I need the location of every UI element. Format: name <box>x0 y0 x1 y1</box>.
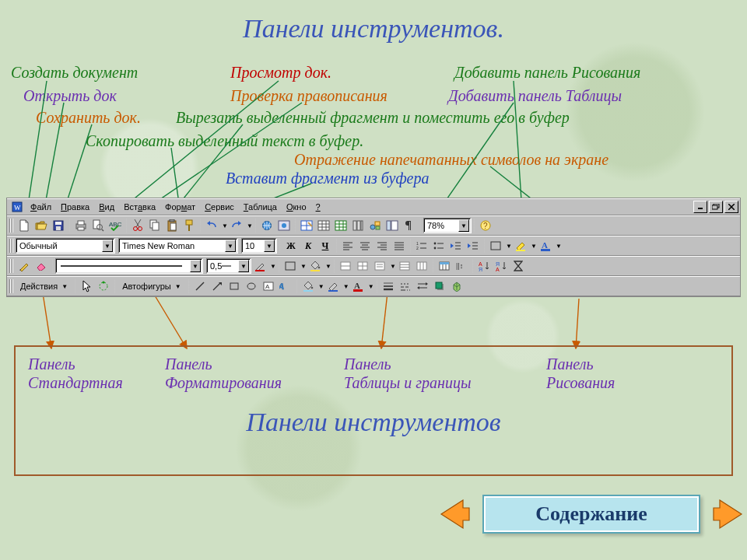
border-dropdown-icon[interactable]: ▼ <box>504 237 512 254</box>
chevron-down-icon[interactable]: ▼ <box>102 240 113 252</box>
web-toolbar-icon[interactable] <box>275 217 293 234</box>
undo-icon[interactable] <box>203 217 220 234</box>
justify-icon[interactable] <box>391 237 408 254</box>
bullet-list-icon[interactable] <box>430 237 447 254</box>
new-doc-icon[interactable] <box>16 217 33 234</box>
align-right-icon[interactable] <box>374 237 391 254</box>
rectangle-icon[interactable] <box>226 278 243 295</box>
style-combo[interactable]: Обычный▼ <box>16 238 115 254</box>
menu-insert[interactable]: Вставка <box>119 201 160 213</box>
shading-dropdown-icon[interactable]: ▼ <box>324 257 331 275</box>
border-color-dropdown-icon[interactable]: ▼ <box>268 257 276 275</box>
3d-icon[interactable] <box>448 278 465 295</box>
show-para-icon[interactable] <box>401 217 418 234</box>
prev-arrow-icon[interactable] <box>431 493 473 535</box>
numbered-list-icon[interactable]: 12 <box>413 237 430 254</box>
outside-border-icon[interactable] <box>487 237 504 254</box>
underline-button[interactable]: Ч <box>317 237 334 254</box>
copy-icon[interactable] <box>146 217 163 234</box>
dash-style-icon[interactable] <box>397 278 414 295</box>
menu-edit[interactable]: Правка <box>56 201 94 213</box>
distribute-cols-icon[interactable] <box>413 257 430 275</box>
menu-table[interactable]: Таблица <box>239 201 282 213</box>
menu-tools[interactable]: Сервис <box>200 201 239 213</box>
rotate-icon[interactable] <box>95 278 112 295</box>
line-color-icon[interactable] <box>324 278 342 295</box>
fill-color-dropdown-icon[interactable]: ▼ <box>317 278 324 295</box>
highlight-icon[interactable] <box>512 237 529 254</box>
menu-help[interactable]: ? <box>311 201 325 213</box>
line-icon[interactable] <box>191 278 209 295</box>
toolbar-grip[interactable] <box>9 259 13 273</box>
change-direction-icon[interactable]: ||↕ <box>453 257 470 275</box>
draw-table-icon[interactable] <box>16 257 33 275</box>
doc-map-icon[interactable] <box>384 217 401 234</box>
align-center-icon[interactable] <box>356 237 374 254</box>
contents-button[interactable]: Содержание <box>482 495 700 534</box>
undo-dropdown-icon[interactable]: ▼ <box>220 217 228 234</box>
arrow-style-icon[interactable] <box>414 278 431 295</box>
save-icon[interactable] <box>50 217 67 234</box>
menu-view[interactable]: Вид <box>94 201 119 213</box>
font-combo[interactable]: Times New Roman▼ <box>118 238 238 254</box>
menu-window[interactable]: Окно <box>282 201 311 213</box>
shadow-icon[interactable] <box>431 278 448 295</box>
format-painter-icon[interactable] <box>181 217 198 234</box>
line-style-icon[interactable] <box>380 278 397 295</box>
font-color-dropdown-icon[interactable]: ▼ <box>554 237 562 254</box>
print-icon[interactable] <box>72 217 89 234</box>
shading-color-icon[interactable] <box>307 257 324 275</box>
sort-asc-icon[interactable]: АЯ <box>475 257 493 275</box>
eraser-icon[interactable] <box>33 257 50 275</box>
close-icon[interactable] <box>724 201 738 213</box>
chevron-down-icon[interactable]: ▼ <box>458 219 469 232</box>
spell-icon[interactable]: ABC <box>107 217 124 234</box>
autoshapes-button[interactable]: Автофигуры▼ <box>117 278 186 295</box>
next-arrow-icon[interactable] <box>710 493 747 535</box>
chevron-down-icon[interactable]: ▼ <box>264 240 275 252</box>
cut-icon[interactable] <box>129 217 146 234</box>
tables-borders-icon[interactable] <box>298 217 315 234</box>
distribute-rows-icon[interactable] <box>396 257 413 275</box>
zoom-combo[interactable]: 78%▼ <box>423 218 472 233</box>
toolbar-grip[interactable] <box>9 219 13 233</box>
font-color-icon[interactable]: A <box>349 278 366 295</box>
arrow-icon[interactable] <box>209 278 226 295</box>
chevron-down-icon[interactable]: ▼ <box>190 260 201 272</box>
font-size-combo[interactable]: 10▼ <box>241 238 277 254</box>
paste-icon[interactable] <box>163 217 181 234</box>
italic-button[interactable]: К <box>300 237 317 254</box>
restore-icon[interactable] <box>709 201 723 213</box>
chevron-down-icon[interactable]: ▼ <box>238 260 249 272</box>
bold-button[interactable]: Ж <box>282 237 300 254</box>
line-weight-combo[interactable]: 0,5▼ <box>206 258 251 274</box>
table-autoformat-icon[interactable] <box>436 257 453 275</box>
border-select-dropdown-icon[interactable]: ▼ <box>299 257 307 275</box>
insert-table-icon[interactable] <box>315 217 332 234</box>
drawing-actions-button[interactable]: Действия▼ <box>16 278 72 295</box>
border-color-icon[interactable] <box>251 257 268 275</box>
outdent-icon[interactable] <box>447 237 465 254</box>
highlight-dropdown-icon[interactable]: ▼ <box>529 237 537 254</box>
chevron-down-icon[interactable]: ▼ <box>225 240 236 252</box>
wordart-icon[interactable]: A <box>277 278 294 295</box>
cell-align-icon[interactable] <box>371 257 388 275</box>
sort-desc-icon[interactable]: ЯА <box>493 257 510 275</box>
autosum-icon[interactable] <box>510 257 527 275</box>
line-color-dropdown-icon[interactable]: ▼ <box>342 278 349 295</box>
toolbar-grip[interactable] <box>9 279 13 293</box>
textbox-icon[interactable]: A <box>260 278 277 295</box>
hyperlink-icon[interactable] <box>258 217 275 234</box>
font-color-dropdown-icon[interactable]: ▼ <box>366 278 374 295</box>
split-cells-icon[interactable] <box>354 257 371 275</box>
redo-icon[interactable] <box>228 217 245 234</box>
drawing-toolbar-icon[interactable] <box>366 217 384 234</box>
cell-align-dropdown-icon[interactable]: ▼ <box>388 257 396 275</box>
merge-cells-icon[interactable] <box>337 257 354 275</box>
oval-icon[interactable] <box>243 278 260 295</box>
help-icon[interactable]: ? <box>477 217 494 234</box>
align-left-icon[interactable] <box>339 237 356 254</box>
line-style-combo[interactable]: ▼ <box>55 258 203 274</box>
indent-icon[interactable] <box>465 237 482 254</box>
excel-icon[interactable] <box>332 217 349 234</box>
